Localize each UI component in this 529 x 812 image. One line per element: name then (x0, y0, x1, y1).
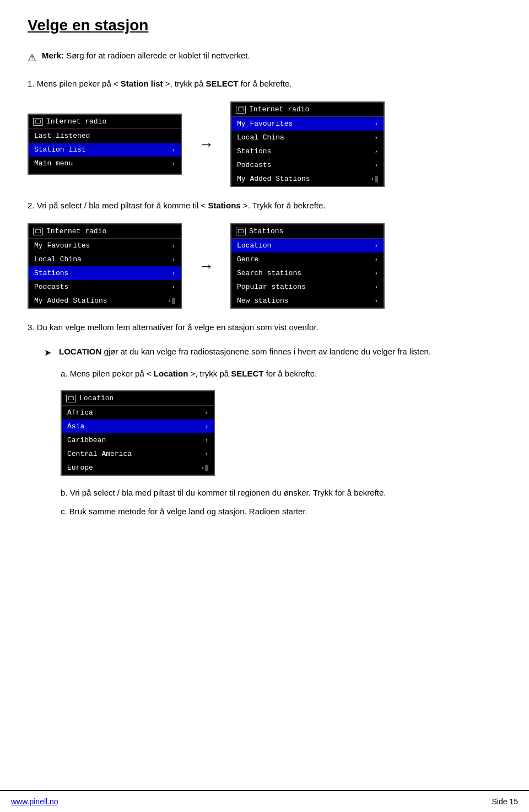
ui-item-stations-2: Stations› (29, 266, 181, 280)
ui-item-europe: Europe › (62, 461, 214, 475)
ui-header-icon-1 (33, 118, 43, 126)
ui-item-my-added-2: My Added Stations › (29, 294, 181, 308)
ui-item-location: Location› (231, 239, 384, 252)
ui-header-2-left: Internet radio (29, 224, 181, 239)
arrow-right-2: → (198, 257, 214, 275)
note-row: ⚠ Merk: Sørg for at radioen allerede er … (28, 51, 501, 64)
ui-item-stations-1: Stations› (231, 144, 384, 158)
page-footer: www.pinell.no Side 15 (0, 790, 529, 812)
note-text: Merk: Sørg for at radioen allerede er ko… (42, 51, 250, 60)
ui-item-central-america: Central America› (62, 447, 214, 461)
ui-item-last-listened: Last listened (29, 129, 181, 143)
ui-item-caribbean: Caribbean› (62, 433, 214, 447)
step-1: 1. Mens pilen peker på < Station list >,… (28, 77, 501, 90)
ui-header-title-2-right: Stations (249, 227, 283, 235)
ui-header-title-3: Location (79, 394, 114, 402)
ui-item-my-favourites-2: My Favourites› (29, 239, 181, 252)
screenshot-single-3: Location Africa› Asia› Caribbean› Centra… (28, 390, 501, 476)
ui-item-my-favourites-1: My Favourites› (231, 117, 384, 131)
sub-item-b: b. Vri på select / bla med piltast til d… (61, 486, 501, 500)
note-icon: ⚠ (28, 52, 36, 64)
step-2: 2. Vri på select / bla med piltast for å… (28, 199, 501, 212)
step-3: 3. Du kan velge mellom fem alternativer … (28, 321, 501, 334)
ui-header-title-1-right: Internet radio (249, 105, 309, 114)
ui-header-title-2-left: Internet radio (46, 227, 106, 235)
page-title: Velge en stasjon (28, 17, 501, 34)
footer-link[interactable]: www.pinell.no (11, 797, 58, 806)
ui-header-icon-2l (33, 228, 43, 235)
ui-header-1-right: Internet radio (231, 103, 384, 117)
ui-item-popular-stations: Popular stations› (231, 280, 384, 294)
ui-screen-3: Location Africa› Asia› Caribbean› Centra… (61, 390, 215, 476)
ui-item-podcasts-2: Podcasts› (29, 280, 181, 294)
page-number: Side 15 (492, 797, 518, 806)
screenshot-pair-2: Internet radio My Favourites› Local Chin… (28, 223, 501, 309)
ui-screen-2-left: Internet radio My Favourites› Local Chin… (28, 223, 182, 309)
bullet-location: ➤ LOCATION gjør at du kan velge fra radi… (44, 345, 501, 360)
ui-item-genre: Genre› (231, 252, 384, 266)
ui-screen-2-right: Stations Location› Genre› Search station… (230, 223, 385, 309)
ui-header-title-1-left: Internet radio (46, 117, 106, 126)
ui-header-icon-1r (236, 106, 246, 114)
ui-header-3: Location (62, 391, 214, 406)
ui-item-local-china-2: Local China› (29, 252, 181, 266)
ui-header-1-left: Internet radio (29, 115, 181, 129)
ui-item-search-stations: Search stations› (231, 266, 384, 280)
bullet-text: LOCATION gjør at du kan velge fra radios… (59, 345, 431, 358)
ui-header-2-right: Stations (231, 224, 384, 239)
sub-item-a: a. Mens pilen peker på < Location >, try… (61, 367, 501, 381)
ui-item-local-china-1: Local China› (231, 131, 384, 144)
ui-header-icon-3 (66, 395, 76, 402)
ui-item-africa: Africa› (62, 406, 214, 420)
screenshot-pair-1: Internet radio Last listened Station lis… (28, 101, 501, 187)
ui-item-station-list: Station list› (29, 143, 181, 157)
sub-item-c: c. Bruk samme metode for å velge land og… (61, 504, 501, 519)
ui-item-main-menu: Main menu› (29, 157, 181, 170)
ui-item-my-added-1: My Added Stations › (231, 172, 384, 186)
ui-screen-1-right: Internet radio My Favourites› Local Chin… (230, 101, 385, 187)
ui-header-icon-2r (236, 228, 246, 235)
ui-item-podcasts-1: Podcasts› (231, 158, 384, 172)
bullet-arrow-icon: ➤ (44, 346, 51, 360)
ui-screen-1-left: Internet radio Last listened Station lis… (28, 114, 182, 175)
ui-item-asia: Asia› (62, 420, 214, 433)
ui-item-new-stations: New stations› (231, 294, 384, 308)
arrow-right-1: → (198, 136, 214, 153)
